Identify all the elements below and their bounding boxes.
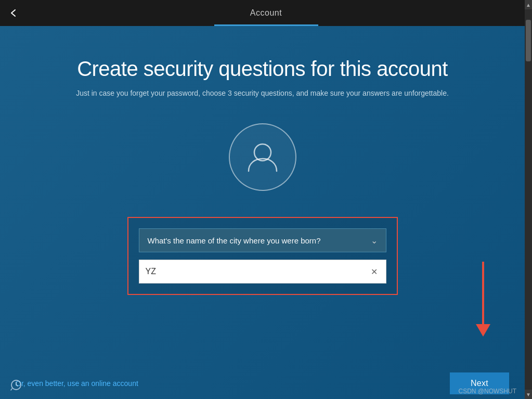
answer-input[interactable]	[146, 267, 369, 276]
arrow-annotation	[476, 262, 490, 337]
bottom-bar: Or, even better, use an online account N…	[0, 368, 525, 399]
scroll-up-button[interactable]: ▲	[525, 0, 532, 9]
page-subtitle: Just in case you forget your password, c…	[76, 89, 449, 97]
top-bar-underline	[214, 24, 318, 26]
scroll-down-button[interactable]: ▼	[525, 390, 532, 399]
page-title: Create security questions for this accou…	[77, 57, 448, 81]
back-button[interactable]	[8, 8, 19, 18]
avatar	[229, 123, 296, 191]
scrollbar-thumb[interactable]	[526, 20, 531, 61]
security-question-form: What's the name of the city where you we…	[127, 217, 398, 295]
online-account-link[interactable]: Or, even better, use an online account	[16, 379, 138, 388]
security-question-dropdown[interactable]: What's the name of the city where you we…	[139, 228, 386, 252]
top-bar-title: Account	[250, 8, 282, 18]
top-bar: Account	[0, 0, 532, 26]
chevron-down-icon: ⌄	[371, 236, 378, 246]
clear-input-button[interactable]: ✕	[369, 265, 380, 279]
user-icon	[244, 139, 281, 175]
main-content: Create security questions for this accou…	[0, 26, 525, 399]
arrow-head	[476, 324, 490, 337]
dropdown-selected-value: What's the name of the city where you we…	[148, 236, 321, 245]
scrollbar[interactable]: ▲ ▼	[525, 0, 532, 399]
arrow-line	[482, 262, 484, 324]
answer-input-container: ✕	[139, 260, 386, 284]
clock-icon	[10, 379, 22, 394]
watermark: CSDN @NOWSHUT	[458, 388, 516, 395]
